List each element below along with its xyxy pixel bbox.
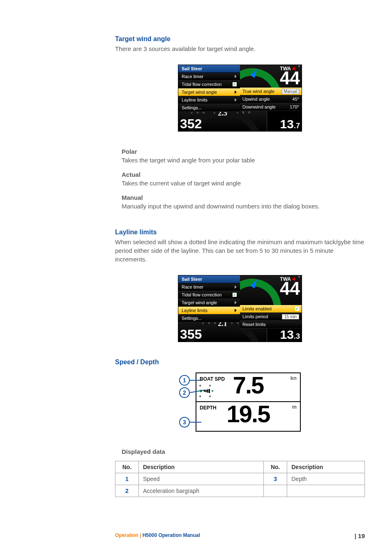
menu-title-sail-steer: Sail Steer <box>178 275 240 283</box>
checkbox-icon: ✓ <box>295 307 299 311</box>
chevron-right-icon <box>235 98 237 102</box>
th-description: Description <box>139 461 264 473</box>
callout-3: 3 <box>179 417 190 428</box>
th-no: No. <box>115 461 139 473</box>
submenu-upwind-angle[interactable]: Upwind angle 45° <box>240 95 302 103</box>
twa-value: 44 <box>280 280 300 298</box>
submenu-true-wind-angle[interactable]: True wind angle Manual <box>240 88 302 95</box>
menu-label: Race timer <box>182 284 203 289</box>
cell-desc: Acceleration bargraph <box>139 485 264 497</box>
footer-manual: H5000 Operation Manual <box>143 532 200 538</box>
acceleration-bargraph-bars <box>200 389 213 393</box>
menu-label: Target wind angle <box>182 90 217 95</box>
menu-label: Tidal flow correction <box>182 82 221 87</box>
menu-item-target-wind-angle[interactable]: Target wind angle <box>178 299 240 307</box>
menu-item-tidal-flow[interactable]: Tidal flow correction ✓ <box>178 81 240 88</box>
chevron-right-icon <box>235 301 237 304</box>
submenu-value: Manual <box>282 89 299 94</box>
submenu-limits-enabled[interactable]: Limits enabled ✓ <box>240 305 302 313</box>
cell-desc: Speed <box>139 473 264 485</box>
submenu-label: Upwind angle <box>242 97 270 102</box>
submenu-label: Reset limits <box>242 322 266 327</box>
screenshot-layline-limits: Sail Steer Race timer Tidal flow correct… <box>178 275 302 342</box>
footer-section: Operation <box>115 532 138 538</box>
checkbox-icon: ✓ <box>233 293 237 297</box>
twa-value: 44 <box>280 69 300 87</box>
chevron-right-icon <box>235 309 237 312</box>
menu-item-race-timer[interactable]: Race timer <box>178 283 240 291</box>
acceleration-bargraph <box>200 385 210 386</box>
callout-2: 2 <box>179 387 190 398</box>
heading-speed-depth: Speed / Depth <box>115 358 365 366</box>
cell-no: 1 <box>115 473 139 485</box>
text-manual: Manually input the upwind and downwind n… <box>122 202 365 210</box>
boat-spd-value: 7.5 <box>196 371 300 400</box>
tws-value-dec: .3 <box>294 332 300 340</box>
footer-page-number: 19 <box>358 532 365 539</box>
text-actual: Takes the current value of target wind a… <box>122 179 365 187</box>
menu-label: Race timer <box>182 74 203 79</box>
menu-label: Settings... <box>182 316 202 321</box>
tws-value-int: 13 <box>280 117 294 131</box>
callout-1: 1 <box>179 375 190 386</box>
menu-item-target-wind-angle[interactable]: Target wind angle <box>178 88 240 96</box>
submenu-label: Limits period <box>242 314 268 319</box>
heading-actual: Actual <box>122 171 365 178</box>
twd-value: 352 <box>180 117 202 130</box>
heading-layline-limits: Layline limits <box>115 229 365 236</box>
table-displayed-data: No. Description No. Description 1 Speed … <box>115 461 365 497</box>
menu-item-layline-limits[interactable]: Layline limits <box>178 96 240 104</box>
menu-item-settings[interactable]: Settings... <box>178 314 240 322</box>
submenu-label: True wind angle <box>242 89 274 94</box>
footer-sep: | <box>138 532 143 538</box>
submenu-value: 15 min <box>282 314 299 319</box>
menu-item-settings[interactable]: Settings... <box>178 104 240 112</box>
menu-label: Layline limits <box>182 308 208 313</box>
menu-item-tidal-flow[interactable]: Tidal flow correction ✓ <box>178 291 240 299</box>
submenu-label: Limits enabled <box>242 306 272 311</box>
instrument-speed-depth: BOAT SPD kn 7.5 <box>196 372 301 432</box>
menu-label: Target wind angle <box>182 300 217 305</box>
twd-value: 355 <box>180 328 202 341</box>
submenu-reset-limits[interactable]: Reset limits <box>240 321 302 328</box>
submenu-value: 45° <box>292 97 299 102</box>
th-no: No. <box>264 461 287 473</box>
menu-label: Tidal flow correction <box>182 292 221 297</box>
table-row: 2 Acceleration bargraph <box>115 485 365 497</box>
menu-label: Settings... <box>182 105 202 110</box>
footer-breadcrumb: Operation | H5000 Operation Manual <box>115 532 200 539</box>
text-layline: When selected will show a dotted line in… <box>115 238 365 264</box>
submenu-value: 170° <box>290 104 299 109</box>
cell-desc: Depth <box>287 473 365 485</box>
heading-manual: Manual <box>122 194 365 201</box>
cell-no <box>264 485 287 497</box>
chevron-right-icon <box>235 75 237 78</box>
tws-value-dec: .7 <box>294 122 300 130</box>
cell-desc <box>287 485 365 497</box>
text-twa-intro: There are 3 sources available for target… <box>115 44 365 53</box>
chevron-right-icon <box>235 90 237 94</box>
tws-value-int: 13 <box>280 328 294 341</box>
heading-polar: Polar <box>122 148 365 155</box>
menu-item-layline-limits[interactable]: Layline limits <box>178 307 240 314</box>
cell-no: 2 <box>115 485 139 497</box>
screenshot-target-wind-angle: Sail Steer Race timer Tidal flow correct… <box>178 65 302 132</box>
menu-label: Layline limits <box>182 97 208 102</box>
text-polar: Takes the target wind angle from your po… <box>122 156 365 164</box>
cell-no: 3 <box>264 473 287 485</box>
menu-item-race-timer[interactable]: Race timer <box>178 73 240 81</box>
footer-page: | 19 <box>355 532 365 539</box>
menu-title-sail-steer: Sail Steer <box>178 65 240 73</box>
heading-target-wind-angle: Target wind angle <box>115 35 365 43</box>
submenu-limits-period[interactable]: Limits period 15 min <box>240 313 302 321</box>
chevron-right-icon <box>235 285 237 289</box>
depth-value: 19.5 <box>196 400 300 428</box>
heading-displayed-data: Displayed data <box>122 448 365 455</box>
submenu-label: Downwind angle <box>242 104 276 109</box>
submenu-downwind-angle[interactable]: Downwind angle 170° <box>240 103 302 111</box>
table-row: 1 Speed 3 Depth <box>115 473 365 485</box>
th-description: Description <box>287 461 365 473</box>
checkbox-icon: ✓ <box>233 82 237 86</box>
